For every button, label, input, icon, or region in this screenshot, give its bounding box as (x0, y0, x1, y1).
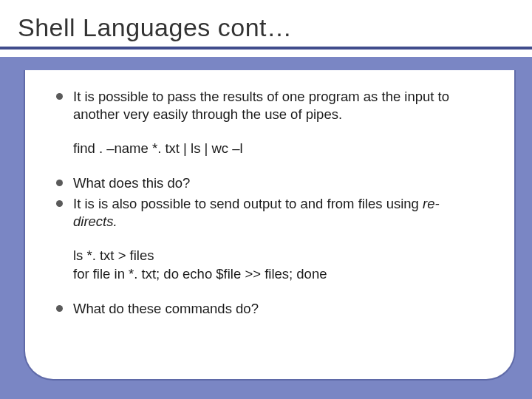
title-bar: Shell Languages cont… (0, 0, 532, 57)
title-underline (0, 47, 532, 50)
bullet-icon (56, 200, 63, 207)
content-box: It is possible to pass the results of on… (24, 70, 516, 381)
bullet-text-prefix: It is is also possible to send output to… (73, 196, 423, 211)
slide-title: Shell Languages cont… (18, 13, 519, 42)
bullet-item-3: It is is also possible to send output to… (56, 195, 483, 231)
code-line: for file in *. txt; do echo $file >> fil… (73, 265, 483, 284)
bullet-text: It is is also possible to send output to… (73, 195, 483, 231)
bullet-item-2: What does this do? (56, 174, 483, 192)
bullet-icon (56, 180, 63, 186)
bullet-text: What does this do? (73, 174, 190, 192)
bullet-icon (56, 93, 63, 100)
header-spacer (0, 57, 532, 70)
bullet-text: It is possible to pass the results of on… (73, 88, 483, 123)
bullet-item-1: It is possible to pass the results of on… (56, 88, 483, 123)
code-block-2: ls *. txt > files for file in *. txt; do… (73, 247, 483, 284)
code-block-1: find . –name *. txt | ls | wc –l (73, 140, 483, 158)
code-line: ls *. txt > files (73, 247, 483, 265)
bullet-text: What do these commands do? (73, 300, 259, 318)
bullet-item-4: What do these commands do? (56, 300, 483, 318)
bullet-icon (56, 305, 63, 312)
